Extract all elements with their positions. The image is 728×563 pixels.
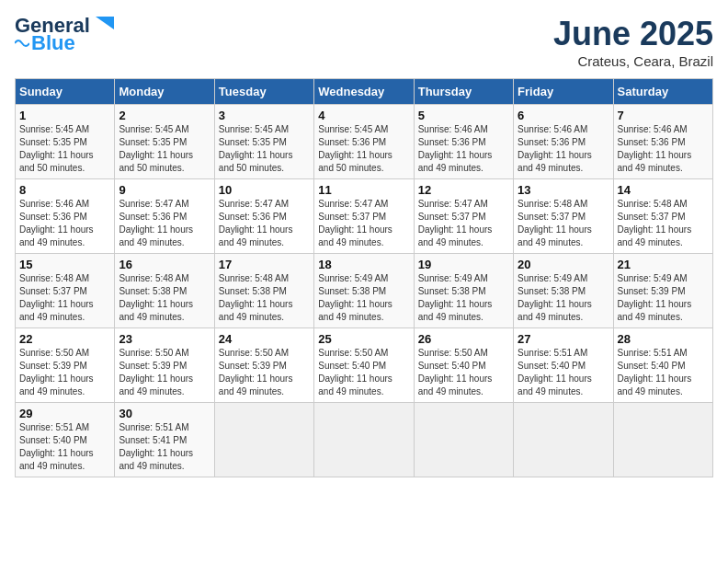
logo-wave-icon xyxy=(15,38,29,49)
table-cell: 19Sunrise: 5:49 AMSunset: 5:38 PMDayligh… xyxy=(414,254,513,328)
logo-blue-text: Blue xyxy=(31,33,75,53)
table-row: 15Sunrise: 5:48 AMSunset: 5:37 PMDayligh… xyxy=(16,254,713,328)
day-number: 24 xyxy=(219,332,310,346)
day-info: Sunrise: 5:47 AMSunset: 5:37 PMDaylight:… xyxy=(318,198,409,249)
day-info: Sunrise: 5:45 AMSunset: 5:35 PMDaylight:… xyxy=(119,123,210,175)
table-cell: 11Sunrise: 5:47 AMSunset: 5:37 PMDayligh… xyxy=(314,179,414,254)
day-info: Sunrise: 5:49 AMSunset: 5:38 PMDaylight:… xyxy=(418,272,509,324)
day-info: Sunrise: 5:47 AMSunset: 5:36 PMDaylight:… xyxy=(219,198,310,249)
table-cell: 29Sunrise: 5:51 AMSunset: 5:40 PMDayligh… xyxy=(16,403,115,477)
table-cell xyxy=(613,403,712,477)
day-number: 21 xyxy=(618,258,709,271)
day-number: 2 xyxy=(119,109,210,122)
col-saturday: Saturday xyxy=(613,79,712,105)
calendar-title: June 2025 xyxy=(553,15,713,53)
table-cell: 8Sunrise: 5:46 AMSunset: 5:36 PMDaylight… xyxy=(16,179,115,254)
page-header: General Blue June 2025 Crateus, Ceara, B… xyxy=(15,15,713,69)
table-row: 1Sunrise: 5:45 AMSunset: 5:35 PMDaylight… xyxy=(16,105,713,179)
day-info: Sunrise: 5:50 AMSunset: 5:39 PMDaylight:… xyxy=(119,347,210,398)
day-number: 6 xyxy=(518,109,609,122)
title-block: June 2025 Crateus, Ceara, Brazil xyxy=(553,15,713,69)
col-tuesday: Tuesday xyxy=(214,79,313,105)
table-cell: 20Sunrise: 5:49 AMSunset: 5:38 PMDayligh… xyxy=(514,254,613,328)
col-wednesday: Wednesday xyxy=(314,79,414,105)
day-info: Sunrise: 5:46 AMSunset: 5:36 PMDaylight:… xyxy=(518,123,609,175)
col-thursday: Thursday xyxy=(414,79,513,105)
day-info: Sunrise: 5:51 AMSunset: 5:41 PMDaylight:… xyxy=(119,421,210,473)
table-cell: 12Sunrise: 5:47 AMSunset: 5:37 PMDayligh… xyxy=(414,179,513,254)
day-number: 10 xyxy=(219,183,310,197)
day-info: Sunrise: 5:48 AMSunset: 5:37 PMDaylight:… xyxy=(518,198,609,249)
table-cell: 7Sunrise: 5:46 AMSunset: 5:36 PMDaylight… xyxy=(613,105,712,179)
logo: General Blue xyxy=(15,15,118,53)
header-row: Sunday Monday Tuesday Wednesday Thursday… xyxy=(16,79,713,105)
day-number: 30 xyxy=(119,407,210,420)
table-cell: 22Sunrise: 5:50 AMSunset: 5:39 PMDayligh… xyxy=(16,328,115,403)
table-cell: 21Sunrise: 5:49 AMSunset: 5:39 PMDayligh… xyxy=(613,254,712,328)
table-cell: 25Sunrise: 5:50 AMSunset: 5:40 PMDayligh… xyxy=(314,328,414,403)
table-cell: 23Sunrise: 5:50 AMSunset: 5:39 PMDayligh… xyxy=(115,328,214,403)
table-cell: 2Sunrise: 5:45 AMSunset: 5:35 PMDaylight… xyxy=(115,105,214,179)
day-number: 5 xyxy=(418,109,509,122)
day-info: Sunrise: 5:51 AMSunset: 5:40 PMDaylight:… xyxy=(618,347,709,398)
table-cell: 18Sunrise: 5:49 AMSunset: 5:38 PMDayligh… xyxy=(314,254,414,328)
table-row: 22Sunrise: 5:50 AMSunset: 5:39 PMDayligh… xyxy=(16,328,713,403)
day-info: Sunrise: 5:49 AMSunset: 5:38 PMDaylight:… xyxy=(318,272,409,324)
table-cell: 9Sunrise: 5:47 AMSunset: 5:36 PMDaylight… xyxy=(115,179,214,254)
day-number: 13 xyxy=(518,183,609,197)
day-number: 20 xyxy=(518,258,609,271)
day-number: 3 xyxy=(219,109,310,122)
day-info: Sunrise: 5:46 AMSunset: 5:36 PMDaylight:… xyxy=(418,123,509,175)
day-info: Sunrise: 5:50 AMSunset: 5:40 PMDaylight:… xyxy=(418,347,509,398)
table-cell: 1Sunrise: 5:45 AMSunset: 5:35 PMDaylight… xyxy=(16,105,115,179)
day-info: Sunrise: 5:48 AMSunset: 5:37 PMDaylight:… xyxy=(19,272,110,324)
day-number: 25 xyxy=(318,332,409,346)
day-number: 27 xyxy=(518,332,609,346)
day-info: Sunrise: 5:46 AMSunset: 5:36 PMDaylight:… xyxy=(618,123,709,175)
day-number: 17 xyxy=(219,258,310,271)
day-info: Sunrise: 5:50 AMSunset: 5:40 PMDaylight:… xyxy=(318,347,409,398)
table-cell: 30Sunrise: 5:51 AMSunset: 5:41 PMDayligh… xyxy=(115,403,214,477)
table-cell: 10Sunrise: 5:47 AMSunset: 5:36 PMDayligh… xyxy=(214,179,313,254)
table-cell: 15Sunrise: 5:48 AMSunset: 5:37 PMDayligh… xyxy=(16,254,115,328)
day-number: 14 xyxy=(618,183,709,197)
day-info: Sunrise: 5:48 AMSunset: 5:37 PMDaylight:… xyxy=(618,198,709,249)
col-sunday: Sunday xyxy=(16,79,115,105)
day-number: 4 xyxy=(318,109,409,122)
table-row: 29Sunrise: 5:51 AMSunset: 5:40 PMDayligh… xyxy=(16,403,713,477)
table-cell: 14Sunrise: 5:48 AMSunset: 5:37 PMDayligh… xyxy=(613,179,712,254)
table-cell: 16Sunrise: 5:48 AMSunset: 5:38 PMDayligh… xyxy=(115,254,214,328)
table-cell: 4Sunrise: 5:45 AMSunset: 5:36 PMDaylight… xyxy=(314,105,414,179)
table-cell xyxy=(514,403,613,477)
table-cell: 24Sunrise: 5:50 AMSunset: 5:39 PMDayligh… xyxy=(214,328,313,403)
table-cell: 27Sunrise: 5:51 AMSunset: 5:40 PMDayligh… xyxy=(514,328,613,403)
table-cell xyxy=(414,403,513,477)
day-number: 15 xyxy=(19,258,110,271)
svg-marker-0 xyxy=(96,17,114,29)
day-number: 11 xyxy=(318,183,409,197)
day-number: 23 xyxy=(119,332,210,346)
table-cell: 5Sunrise: 5:46 AMSunset: 5:36 PMDaylight… xyxy=(414,105,513,179)
table-cell: 6Sunrise: 5:46 AMSunset: 5:36 PMDaylight… xyxy=(514,105,613,179)
table-cell xyxy=(314,403,414,477)
day-info: Sunrise: 5:45 AMSunset: 5:35 PMDaylight:… xyxy=(219,123,310,175)
day-number: 29 xyxy=(19,407,110,420)
day-number: 9 xyxy=(119,183,210,197)
day-number: 16 xyxy=(119,258,210,271)
table-cell: 17Sunrise: 5:48 AMSunset: 5:38 PMDayligh… xyxy=(214,254,313,328)
day-number: 1 xyxy=(19,109,110,122)
day-number: 28 xyxy=(618,332,709,346)
day-info: Sunrise: 5:45 AMSunset: 5:36 PMDaylight:… xyxy=(318,123,409,175)
day-info: Sunrise: 5:51 AMSunset: 5:40 PMDaylight:… xyxy=(19,421,110,473)
table-cell: 28Sunrise: 5:51 AMSunset: 5:40 PMDayligh… xyxy=(613,328,712,403)
day-info: Sunrise: 5:48 AMSunset: 5:38 PMDaylight:… xyxy=(119,272,210,324)
logo-arrow-icon xyxy=(92,11,118,37)
day-info: Sunrise: 5:48 AMSunset: 5:38 PMDaylight:… xyxy=(219,272,310,324)
day-info: Sunrise: 5:47 AMSunset: 5:36 PMDaylight:… xyxy=(119,198,210,249)
day-info: Sunrise: 5:49 AMSunset: 5:38 PMDaylight:… xyxy=(518,272,609,324)
calendar-table: Sunday Monday Tuesday Wednesday Thursday… xyxy=(15,78,713,477)
col-monday: Monday xyxy=(115,79,214,105)
day-info: Sunrise: 5:50 AMSunset: 5:39 PMDaylight:… xyxy=(19,347,110,398)
day-info: Sunrise: 5:51 AMSunset: 5:40 PMDaylight:… xyxy=(518,347,609,398)
day-info: Sunrise: 5:49 AMSunset: 5:39 PMDaylight:… xyxy=(618,272,709,324)
